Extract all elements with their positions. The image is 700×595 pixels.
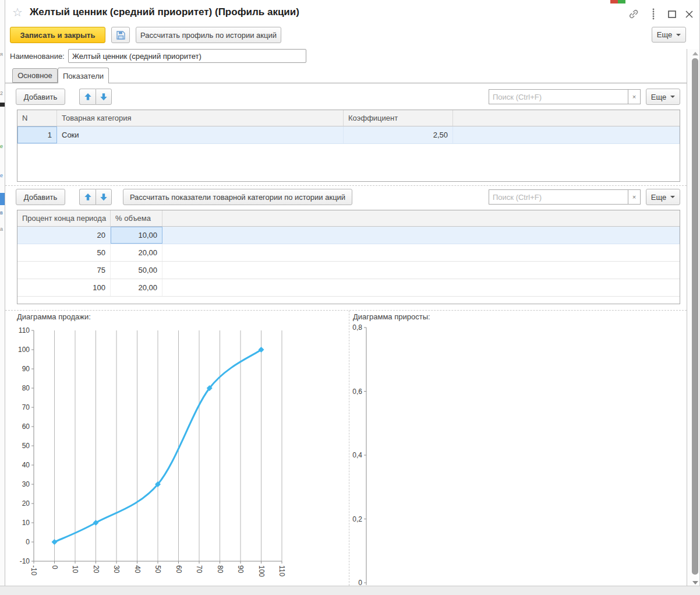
cell-blank <box>453 126 680 143</box>
floppy-icon <box>116 30 126 40</box>
tab-main[interactable]: Основное <box>12 68 58 83</box>
arrow-down-icon <box>100 193 108 201</box>
background-logo-fragment <box>610 0 618 3</box>
name-input[interactable] <box>68 49 306 63</box>
table-row[interactable]: 75 50,00 <box>17 262 680 279</box>
cell-period-percent[interactable]: 50 <box>17 244 111 261</box>
tab-indicators[interactable]: Показатели <box>58 68 109 83</box>
maximize-icon[interactable] <box>666 8 678 20</box>
more-label: Еще <box>651 93 666 101</box>
categories-move-buttons <box>79 89 112 105</box>
volume-table: Процент конца периода % объема 20 10,00 … <box>17 210 680 304</box>
volume-table-header: Процент конца периода % объема <box>17 210 680 227</box>
name-label: Наименование: <box>10 52 65 61</box>
svg-text:10: 10 <box>71 565 79 573</box>
scrollbar-up-icon[interactable] <box>692 52 698 55</box>
svg-text:0,6: 0,6 <box>352 388 362 396</box>
categories-search-clear-button[interactable]: × <box>628 89 641 104</box>
calc-profile-button[interactable]: Рассчитать профиль по истории акций <box>136 27 281 43</box>
categories-search-input[interactable] <box>489 89 628 104</box>
background-window-fragment: а <box>0 226 3 232</box>
cell-period-percent[interactable]: 20 <box>17 227 111 244</box>
volume-search-input[interactable] <box>489 189 628 205</box>
move-up-button[interactable] <box>79 89 96 105</box>
save-and-close-label: Записать и закрыть <box>20 31 96 40</box>
background-window-fragment: 2 <box>0 90 3 96</box>
categories-table: N Товарная категория Коэффициент 1 Соки … <box>17 110 680 182</box>
window-title: Желтый ценник (средний приоритет) (Профи… <box>30 6 299 18</box>
svg-text:70: 70 <box>22 403 30 411</box>
volume-add-button[interactable]: Добавить <box>16 189 65 205</box>
table-row[interactable]: 50 20,00 <box>17 244 680 262</box>
cell-volume-percent[interactable]: 10,00 <box>111 227 162 244</box>
background-window-fragment: е <box>0 172 3 178</box>
column-header-category[interactable]: Товарная категория <box>57 110 344 126</box>
cell-volume-percent[interactable]: 20,00 <box>111 279 162 296</box>
cell-volume-percent[interactable]: 50,00 <box>111 262 162 279</box>
scrollbar-down-icon[interactable] <box>692 581 698 585</box>
volume-search-clear-button[interactable]: × <box>628 189 641 205</box>
tab-main-label: Основное <box>17 71 52 80</box>
svg-text:100: 100 <box>257 565 266 577</box>
form-more-button[interactable]: Еще <box>652 27 686 43</box>
cell-period-percent[interactable]: 100 <box>17 279 111 296</box>
vertical-scrollbar[interactable] <box>687 49 700 586</box>
arrow-down-icon <box>100 93 108 101</box>
svg-text:100: 100 <box>18 346 30 354</box>
charts-canvas: -100102030405060708090100110-10010203040… <box>5 311 687 586</box>
svg-text:40: 40 <box>133 565 142 573</box>
column-header-coefficient[interactable]: Коэффициент <box>344 110 453 126</box>
calc-indicators-button[interactable]: Рассчитать показатели товарной категории… <box>123 189 352 205</box>
cell-blank <box>162 279 680 296</box>
move-down-button[interactable] <box>96 89 112 105</box>
cell-blank <box>162 244 680 261</box>
volume-more-button[interactable]: Еще <box>646 189 680 205</box>
background-window-fragment: е <box>0 143 3 149</box>
close-icon[interactable] <box>683 8 695 20</box>
svg-text:20: 20 <box>92 565 100 573</box>
move-up-button[interactable] <box>79 189 96 205</box>
save-and-close-button[interactable]: Записать и закрыть <box>10 27 105 43</box>
link-icon[interactable] <box>627 8 640 20</box>
cell-volume-percent[interactable]: 20,00 <box>111 244 162 261</box>
svg-text:0,2: 0,2 <box>352 515 362 523</box>
add-label: Добавить <box>24 93 57 101</box>
favorite-star-icon[interactable]: ☆ <box>12 5 23 19</box>
svg-text:50: 50 <box>154 565 162 573</box>
more-label: Еще <box>651 193 666 202</box>
svg-text:30: 30 <box>112 565 121 573</box>
svg-text:90: 90 <box>22 365 30 373</box>
svg-text:80: 80 <box>22 384 30 392</box>
table-row[interactable]: 1 Соки 2,50 <box>17 126 680 144</box>
cell-category[interactable]: Соки <box>57 126 344 143</box>
column-header-n[interactable]: N <box>17 110 57 126</box>
column-header-volume-percent[interactable]: % объема <box>111 210 162 226</box>
svg-text:0: 0 <box>26 538 30 546</box>
svg-text:10: 10 <box>22 519 30 527</box>
table-row[interactable]: 100 20,00 <box>17 279 680 297</box>
svg-text:110: 110 <box>278 565 286 576</box>
svg-text:0,8: 0,8 <box>352 323 362 332</box>
cell-row-number[interactable]: 1 <box>17 126 57 143</box>
svg-text:70: 70 <box>195 565 203 573</box>
column-header-period-percent[interactable]: Процент конца периода <box>17 210 111 226</box>
svg-text:40: 40 <box>22 461 30 469</box>
calc-profile-label: Рассчитать профиль по истории акций <box>140 31 277 40</box>
cell-period-percent[interactable]: 75 <box>17 262 111 279</box>
chevron-down-icon <box>676 34 681 36</box>
background-taskbar-strip <box>0 586 700 595</box>
add-label: Добавить <box>24 193 57 202</box>
table-row[interactable]: 20 10,00 <box>17 227 680 244</box>
more-label: Еще <box>657 30 672 39</box>
categories-more-button[interactable]: Еще <box>646 89 680 105</box>
background-window-fragment <box>0 103 5 107</box>
cell-blank <box>162 262 680 279</box>
svg-text:60: 60 <box>175 565 183 573</box>
save-button[interactable] <box>111 27 130 43</box>
svg-text:110: 110 <box>19 326 30 335</box>
kebab-menu-icon[interactable] <box>647 8 660 20</box>
move-down-button[interactable] <box>96 189 112 205</box>
cell-coefficient[interactable]: 2,50 <box>344 126 453 143</box>
scrollbar-thumb[interactable] <box>692 58 698 575</box>
categories-add-button[interactable]: Добавить <box>16 89 65 105</box>
